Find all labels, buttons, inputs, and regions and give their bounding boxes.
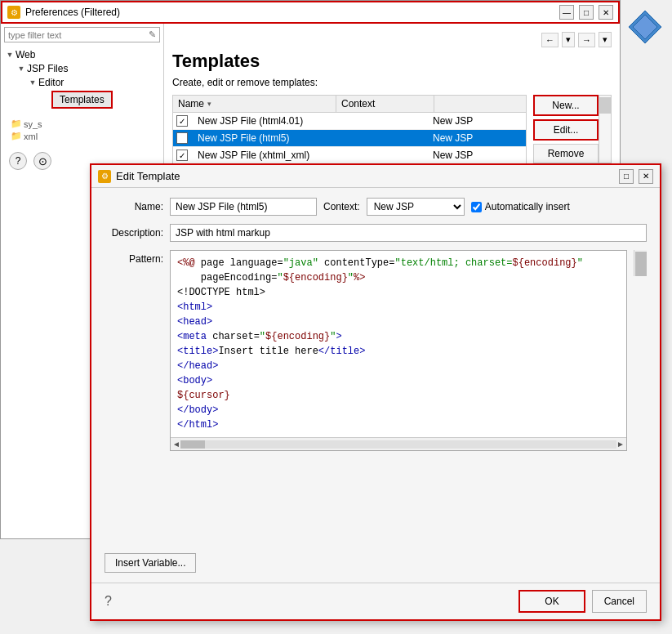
forward-button[interactable]: → bbox=[578, 33, 595, 47]
jsp-files-children: ▼ Editor Templates bbox=[16, 75, 160, 111]
description-row: Description: bbox=[105, 224, 647, 242]
jsp-files-arrow: ▼ bbox=[17, 65, 25, 73]
context-cell-1: New JSP bbox=[428, 113, 526, 129]
web-expand-arrow: ▼ bbox=[6, 51, 14, 59]
prefs-title: Preferences (Filtered) bbox=[25, 7, 554, 18]
sidebar-bottom: 📁 sy_s 📁 xml bbox=[4, 113, 160, 147]
edit-icon: ⚙ bbox=[98, 170, 111, 183]
xml-label: xml bbox=[24, 132, 38, 141]
checkbox-1[interactable]: ✓ bbox=[176, 115, 188, 127]
pattern-area: Pattern: <%@ page language="java" conten… bbox=[105, 250, 647, 545]
prefs-icon: ⚙ bbox=[7, 6, 20, 19]
sys-label: sy_s bbox=[24, 119, 42, 129]
jsp-files-label: JSP Files bbox=[27, 63, 68, 74]
h-scroll-track[interactable] bbox=[180, 440, 616, 449]
filter-input[interactable] bbox=[5, 29, 145, 42]
table-row[interactable]: ✓ New JSP File (html5) New JSP bbox=[173, 130, 526, 147]
remove-button[interactable]: Remove bbox=[533, 144, 599, 163]
tree-row-xml[interactable]: 📁 xml bbox=[9, 130, 155, 142]
main-desc: Create, edit or remove templates: bbox=[172, 77, 612, 88]
insert-btn-row: Insert Variable... bbox=[105, 553, 647, 573]
preferences-help-button[interactable]: ⊙ bbox=[33, 152, 51, 170]
templates-button[interactable]: Templates bbox=[51, 91, 113, 109]
table-scrollbar[interactable] bbox=[599, 95, 612, 163]
footer-help-icon[interactable]: ? bbox=[105, 594, 112, 609]
tree-item-web: ▼ Web ▼ JSP Files ▼ Editor bbox=[4, 47, 160, 113]
description-label: Description: bbox=[105, 227, 163, 239]
folder-icon-sys: 📁 bbox=[11, 118, 22, 129]
web-label: Web bbox=[16, 49, 35, 60]
filter-box[interactable]: ✎ bbox=[4, 27, 160, 42]
table-header: Name ▾ Context bbox=[173, 96, 526, 113]
context-select[interactable]: New JSP bbox=[367, 198, 465, 216]
name-cell-3: New JSP File (xhtml_xml) bbox=[194, 147, 428, 163]
new-button[interactable]: New... bbox=[533, 95, 599, 116]
h-scroll-thumb bbox=[180, 440, 205, 449]
table-row[interactable]: ✓ New JSP File (xhtml_xml) New JSP bbox=[173, 147, 526, 164]
corner-icon bbox=[625, 7, 665, 47]
auto-insert-label: Automatically insert bbox=[485, 201, 570, 212]
pattern-wrapper: <%@ page language="java" contentType="te… bbox=[170, 250, 627, 451]
close-button[interactable]: ✕ bbox=[599, 5, 613, 20]
editor-arrow: ▼ bbox=[29, 78, 37, 87]
edit-title: Edit Template bbox=[116, 170, 614, 182]
pattern-editor[interactable]: <%@ page language="java" contentType="te… bbox=[171, 251, 626, 437]
pattern-vertical-scrollbar[interactable] bbox=[634, 250, 647, 276]
tree-item-jsp-files: ▼ JSP Files ▼ Editor bbox=[16, 61, 160, 112]
ok-button[interactable]: OK bbox=[518, 590, 585, 613]
edit-titlebar: ⚙ Edit Template □ ✕ bbox=[91, 165, 660, 188]
table-right: New... Edit... Remove bbox=[527, 95, 612, 163]
checkbox-2[interactable]: ✓ bbox=[176, 132, 188, 144]
scroll-left-arrow[interactable]: ◄ bbox=[172, 440, 180, 449]
name-input[interactable] bbox=[170, 198, 317, 216]
prefs-titlebar: ⚙ Preferences (Filtered) — □ ✕ bbox=[1, 1, 620, 24]
check-cell-1[interactable]: ✓ bbox=[173, 113, 194, 129]
check-cell-3[interactable]: ✓ bbox=[173, 147, 194, 163]
back-button[interactable]: ← bbox=[541, 33, 559, 47]
name-label: Name: bbox=[105, 201, 163, 212]
tree-row-editor[interactable]: ▼ Editor bbox=[27, 76, 160, 89]
horizontal-scrollbar[interactable]: ◄ ► bbox=[171, 437, 626, 450]
templates-spacer bbox=[40, 96, 48, 104]
col-name-label: Name bbox=[178, 98, 204, 109]
sort-arrow: ▾ bbox=[207, 100, 211, 108]
nav-dropdown2[interactable]: ▾ bbox=[599, 32, 612, 47]
nav-dropdown1[interactable]: ▾ bbox=[562, 32, 575, 47]
insert-variable-button[interactable]: Insert Variable... bbox=[105, 553, 196, 573]
editor-label: Editor bbox=[38, 77, 64, 88]
tree-row-sys[interactable]: 📁 sy_s bbox=[9, 118, 155, 130]
tree-row-web[interactable]: ▼ Web bbox=[4, 48, 160, 61]
web-children: ▼ JSP Files ▼ Editor bbox=[4, 61, 160, 112]
minimize-button[interactable]: — bbox=[559, 5, 574, 20]
check-cell-2[interactable]: ✓ bbox=[173, 130, 194, 146]
edit-button[interactable]: Edit... bbox=[533, 119, 599, 141]
edit-template-dialog: ⚙ Edit Template □ ✕ Name: Context: New J… bbox=[90, 163, 661, 621]
pattern-label: Pattern: bbox=[105, 250, 163, 265]
auto-insert-checkbox-area[interactable]: Automatically insert bbox=[471, 201, 570, 212]
tree-row-templates[interactable]: Templates bbox=[38, 89, 160, 110]
edit-footer: ? OK Cancel bbox=[91, 583, 660, 619]
scroll-right-arrow[interactable]: ► bbox=[616, 440, 625, 449]
restore-button[interactable]: □ bbox=[579, 5, 594, 20]
nav-toolbar: ← ▾ → ▾ bbox=[172, 32, 612, 47]
col-header-context[interactable]: Context bbox=[336, 96, 434, 112]
context-cell-3: New JSP bbox=[428, 147, 526, 163]
tree-row-jsp-files[interactable]: ▼ JSP Files bbox=[16, 62, 160, 75]
edit-restore-button[interactable]: □ bbox=[619, 169, 634, 184]
v-scroll-thumb bbox=[635, 252, 647, 276]
footer-buttons: OK Cancel bbox=[518, 590, 647, 613]
name-cell-1: New JSP File (html4.01) bbox=[194, 113, 428, 129]
help-button[interactable]: ? bbox=[9, 152, 27, 170]
svg-marker-1 bbox=[633, 15, 657, 39]
name-cell-2: New JSP File (html5) bbox=[194, 130, 428, 146]
col-header-name[interactable]: Name ▾ bbox=[173, 96, 336, 112]
edit-body: Name: Context: New JSP Automatically ins… bbox=[91, 188, 660, 583]
context-cell-2: New JSP bbox=[428, 130, 526, 146]
checkbox-3[interactable]: ✓ bbox=[176, 150, 188, 161]
table-row[interactable]: ✓ New JSP File (html4.01) New JSP bbox=[173, 113, 526, 130]
auto-insert-checkbox[interactable] bbox=[471, 202, 482, 212]
scroll-thumb bbox=[599, 97, 611, 114]
cancel-button[interactable]: Cancel bbox=[592, 590, 647, 613]
edit-close-button[interactable]: ✕ bbox=[639, 169, 653, 184]
description-input[interactable] bbox=[170, 224, 647, 242]
